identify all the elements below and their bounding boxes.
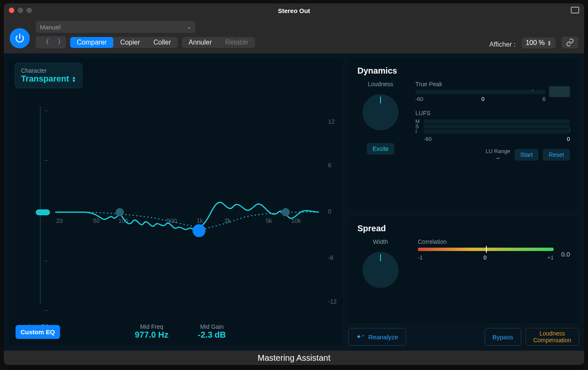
edit-group: Comparer Copier Coller — [70, 37, 178, 48]
prev-button[interactable]: 〈 — [36, 36, 51, 48]
lurange-label: LU Range — [486, 148, 510, 154]
zoom-value: 100 % — [526, 39, 545, 47]
power-button[interactable] — [10, 28, 30, 48]
eq-auto-curve — [55, 202, 319, 230]
lufs-i-label: I — [415, 129, 421, 135]
spread-panel: Spread Width Correlation — [348, 216, 579, 323]
eq-panel: Character Transparent ▲▼ 12 6 0 — [9, 58, 343, 346]
lufs-label: LUFS — [415, 110, 570, 116]
chevron-left-icon: 〈 — [42, 38, 49, 45]
undo-group: Annuler Rétablir — [182, 37, 255, 48]
eq-handle-mid[interactable] — [192, 224, 205, 237]
character-value: Transparent — [21, 74, 69, 84]
next-button[interactable]: 〉 — [51, 36, 66, 48]
autoeq-slider-track — [40, 106, 41, 304]
eq-stats: Mid Freq 977.0 Hz Mid Gain -2.3 dB — [135, 323, 226, 340]
bypass-label: Bypass — [493, 333, 513, 341]
zoom-select[interactable]: 100 % ▲▼ — [522, 37, 556, 48]
redo-button[interactable]: Rétablir — [218, 37, 255, 48]
correlation-label: Correlation — [418, 238, 570, 245]
bypass-button[interactable]: Bypass — [485, 328, 521, 346]
lurange-value: – — [486, 154, 510, 161]
loudness-knob[interactable] — [362, 94, 399, 130]
toolbar-center: Manuel ⌄ 〈 〉 Comparer Copier Coller — [36, 21, 255, 48]
power-icon — [14, 33, 25, 44]
dynamics-title: Dynamics — [357, 66, 570, 76]
y-tick: -12 — [328, 298, 337, 305]
eq-handle-low[interactable] — [116, 208, 124, 217]
y-tick: 6 — [328, 162, 331, 169]
preset-label: Manuel — [40, 24, 60, 31]
stepper-icon: ▲▼ — [547, 40, 551, 46]
dynamics-panel: Dynamics Loudness Excite True Peak — [348, 58, 579, 211]
mid-gain-readout: Mid Gain -2.3 dB — [198, 323, 226, 340]
lufs-max: 0 — [567, 136, 570, 142]
corr-min: -1 — [418, 254, 423, 261]
knob-indicator-icon — [380, 254, 381, 261]
paste-button[interactable]: Coller — [147, 37, 178, 48]
y-tick: -6 — [328, 254, 333, 261]
undo-button[interactable]: Annuler — [182, 37, 218, 48]
title-bar: Stereo Out — [4, 3, 584, 18]
x-tick: 50 — [93, 217, 100, 224]
character-select[interactable]: Character Transparent ▲▼ — [15, 63, 82, 88]
excite-button[interactable]: Excite — [367, 143, 394, 155]
y-tick: 0 — [328, 208, 331, 215]
expand-icon[interactable] — [571, 7, 579, 13]
loudness-label: Loudness — [368, 81, 394, 87]
minimize-icon[interactable] — [18, 8, 23, 13]
compare-button[interactable]: Comparer — [70, 37, 113, 48]
chevron-right-icon: 〉 — [58, 38, 64, 45]
loudness-column: Loudness Excite — [357, 81, 404, 161]
mid-gain-label: Mid Gain — [198, 323, 226, 330]
y-tick: 12 — [328, 118, 335, 125]
window-title: Stereo Out — [278, 7, 310, 14]
lufs-m-meter — [424, 119, 570, 124]
lufs-i-meter — [424, 130, 570, 134]
chevron-down-icon: ⌄ — [187, 24, 191, 30]
zoom-window-icon[interactable] — [26, 8, 32, 13]
lufs-s-meter — [424, 124, 570, 129]
knob-indicator-icon — [380, 97, 381, 103]
eq-curve-chart: 12 6 0 -6 -12 20 50 100 500 1k 2k 5k 10k — [15, 106, 337, 321]
truepeak-meter — [415, 90, 546, 94]
preset-select[interactable]: Manuel ⌄ — [36, 21, 195, 33]
character-label: Character — [21, 67, 76, 74]
reset-button[interactable]: Reset — [543, 149, 570, 161]
truepeak-label: True Peak — [415, 81, 546, 87]
x-tick: 20 — [56, 217, 63, 224]
corr-mid: 0 — [483, 254, 486, 261]
autoeq-slider-thumb[interactable] — [36, 209, 50, 215]
copy-button[interactable]: Copier — [113, 37, 147, 48]
reanalyze-button[interactable]: ✦⁺ Reanalyze — [348, 328, 406, 346]
custom-eq-button[interactable]: Custom EQ — [16, 325, 60, 339]
spread-title: Spread — [357, 224, 570, 233]
eq-handle-high[interactable] — [281, 208, 290, 217]
mid-freq-label: Mid Freq — [135, 323, 168, 330]
x-tick: 5k — [266, 217, 273, 224]
mid-gain-value: -2.3 dB — [198, 330, 226, 340]
tp-mid: 0 — [481, 96, 484, 102]
show-label: Afficher : — [489, 41, 516, 48]
width-column: Width — [357, 238, 404, 288]
correlation-value: 0.0 — [561, 251, 570, 258]
link-icon — [566, 38, 574, 47]
close-icon[interactable] — [9, 8, 14, 13]
reanalyze-label: Reanalyze — [368, 333, 398, 341]
right-column: Dynamics Loudness Excite True Peak — [348, 58, 579, 346]
loudness-comp-button[interactable]: Loudness Compensation — [525, 328, 579, 346]
eq-graph[interactable]: 12 6 0 -6 -12 20 50 100 500 1k 2k 5k 10k — [15, 106, 337, 321]
x-tick: 2k — [224, 217, 231, 224]
correlation-meter — [418, 248, 554, 251]
meters-column: True Peak -60 0 6 — [415, 81, 570, 161]
link-button[interactable] — [562, 37, 578, 48]
start-button[interactable]: Start — [514, 149, 539, 161]
width-knob[interactable] — [362, 252, 399, 288]
sparkle-icon: ✦⁺ — [356, 333, 365, 341]
tp-min: -60 — [415, 96, 423, 102]
correlation-column: Correlation -1 0 +1 — [418, 238, 570, 261]
correlation-indicator — [486, 246, 487, 253]
toolbar: Manuel ⌄ 〈 〉 Comparer Copier Coller — [4, 18, 584, 53]
x-tick: 1k — [197, 217, 203, 224]
corr-max: +1 — [547, 254, 554, 261]
